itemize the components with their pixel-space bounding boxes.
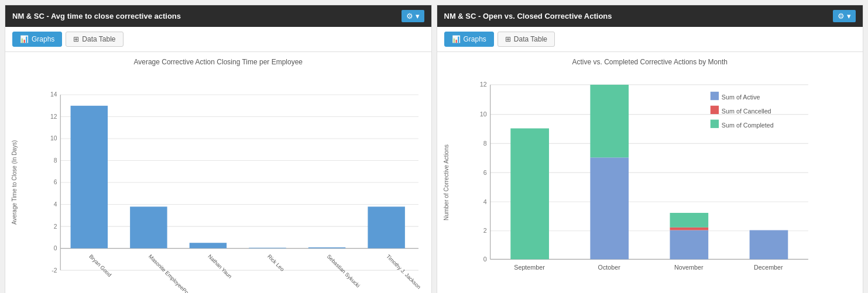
panel1-header: NM & SC - Avg time to close corrective a…: [5, 5, 431, 27]
svg-text:Timothy J. Jackson: Timothy J. Jackson: [385, 253, 422, 290]
svg-text:6: 6: [483, 169, 486, 176]
svg-text:2: 2: [483, 227, 486, 234]
panel2-chart-title: Active vs. Completed Corrective Actions …: [572, 58, 728, 66]
bar-dec-active: [749, 230, 788, 260]
gear-icon: ⚙: [406, 12, 413, 20]
bar-chart-icon: 📊: [20, 35, 29, 43]
panel1-chart-area: Average Corrective Action Closing Time p…: [5, 52, 431, 293]
svg-text:6: 6: [54, 179, 57, 185]
tab-graphs-2[interactable]: 📊 Graphs: [444, 32, 494, 47]
bar-sebastian: [308, 247, 345, 249]
svg-text:10: 10: [50, 135, 57, 142]
panel2-svg: .tick-label2 { font-size: 9px; fill: #77…: [452, 70, 857, 293]
svg-text:14: 14: [50, 91, 57, 98]
panel2-title: NM & SC - Open vs. Closed Corrective Act…: [444, 12, 612, 20]
svg-text:12: 12: [479, 81, 486, 88]
bar-sep-completed: [510, 128, 549, 259]
svg-text:September: September: [514, 264, 545, 271]
bar-nov-completed: [670, 213, 708, 227]
svg-text:Sum of Completed: Sum of Completed: [721, 122, 773, 129]
panel1-svg-container: .tick-label { font-size: 9px; fill: #777…: [20, 70, 426, 293]
panel2-header: NM & SC - Open vs. Closed Corrective Act…: [437, 5, 863, 27]
svg-text:8: 8: [483, 140, 486, 147]
tab-data-table-1[interactable]: ⊞ Data Table: [66, 32, 123, 47]
panel2-chart-container: Number of Corrective Actions .tick-label…: [443, 70, 857, 293]
bar-oct-completed: [590, 85, 629, 157]
svg-text:4: 4: [54, 201, 57, 208]
svg-text:0: 0: [483, 256, 486, 263]
panel2-svg-container: .tick-label2 { font-size: 9px; fill: #77…: [452, 70, 857, 293]
panel1-gear-button[interactable]: ⚙ ▾: [402, 10, 424, 22]
chevron-down-icon-2: ▾: [847, 12, 851, 20]
panel-avg-close-time: NM & SC - Avg time to close corrective a…: [5, 5, 432, 293]
gear-icon-2: ⚙: [838, 12, 845, 20]
bar-oct-active: [590, 157, 629, 259]
panel2-y-axis-label: Number of Corrective Actions: [443, 70, 450, 293]
panel1-tabs: 📊 Graphs ⊞ Data Table: [5, 27, 431, 52]
svg-text:Sum of Active: Sum of Active: [721, 94, 760, 101]
table-icon-2: ⊞: [505, 35, 511, 43]
tab-graphs-1[interactable]: 📊 Graphs: [12, 32, 62, 47]
legend-active-swatch: [710, 92, 718, 100]
svg-text:December: December: [754, 264, 783, 271]
bar-nathan: [190, 243, 227, 248]
svg-text:Rick Leo: Rick Leo: [266, 253, 285, 272]
panel-open-vs-closed: NM & SC - Open vs. Closed Corrective Act…: [437, 5, 864, 293]
tab-data-table-2[interactable]: ⊞ Data Table: [498, 32, 555, 47]
panel2-gear-button[interactable]: ⚙ ▾: [833, 10, 856, 22]
chevron-down-icon: ▾: [416, 12, 420, 20]
svg-text:Sum of Cancelled: Sum of Cancelled: [721, 108, 771, 115]
table-icon: ⊞: [73, 35, 79, 43]
svg-text:October: October: [598, 264, 620, 271]
svg-text:Sebastian Sykucki: Sebastian Sykucki: [326, 253, 361, 288]
panel1-svg: .tick-label { font-size: 9px; fill: #777…: [20, 70, 426, 293]
bar-bryan-good: [71, 106, 108, 249]
legend-cancelled-swatch: [710, 106, 718, 114]
svg-text:4: 4: [483, 198, 486, 205]
bar-nov-cancelled: [670, 227, 708, 230]
svg-text:12: 12: [50, 113, 57, 120]
svg-text:Bryan Good: Bryan Good: [88, 253, 112, 278]
svg-text:-2: -2: [52, 267, 57, 274]
legend-completed-swatch: [710, 120, 718, 128]
bar-chart-icon-2: 📊: [452, 35, 461, 43]
svg-text:November: November: [674, 264, 703, 271]
svg-text:Nathan Yaun: Nathan Yaun: [207, 253, 233, 280]
panel1-y-axis-label: Average Time to Close (In Days): [11, 70, 18, 293]
svg-text:0: 0: [54, 245, 57, 251]
svg-text:10: 10: [479, 111, 486, 118]
bar-rick: [249, 248, 286, 249]
panel2-tabs: 📊 Graphs ⊞ Data Table: [437, 27, 863, 52]
svg-text:2: 2: [54, 223, 57, 230]
panel2-chart-area: Active vs. Completed Corrective Actions …: [437, 52, 863, 293]
panel1-chart-container: Average Time to Close (In Days) .tick-la…: [11, 70, 426, 293]
bar-masonite: [130, 206, 167, 248]
panel1-chart-title: Average Corrective Action Closing Time p…: [133, 58, 303, 66]
svg-text:Masonite EmployeePortal: Masonite EmployeePortal: [147, 253, 195, 293]
svg-text:8: 8: [54, 157, 57, 164]
panel1-title: NM & SC - Avg time to close corrective a…: [12, 12, 181, 20]
bar-timothy: [368, 206, 404, 248]
bar-nov-active: [670, 230, 708, 260]
